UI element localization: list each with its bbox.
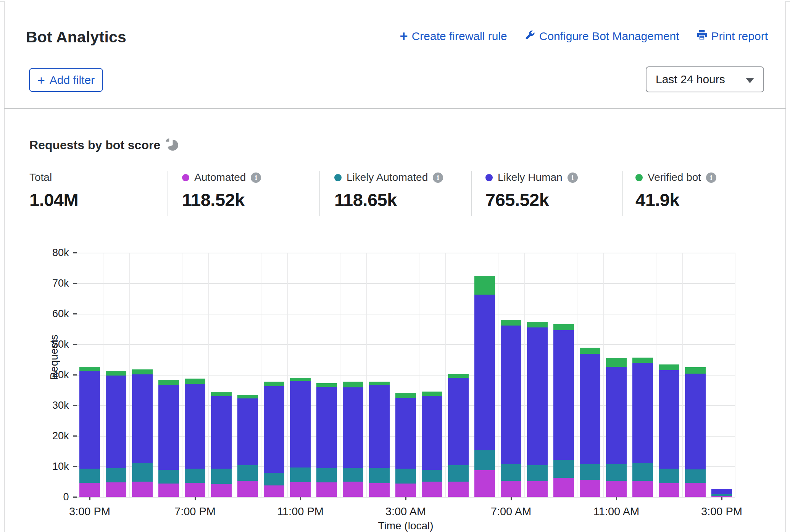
page-title: Bot Analytics: [26, 28, 126, 46]
time-range-dropdown[interactable]: Last 24 hours: [646, 66, 764, 92]
y-axis-title: Requests: [48, 327, 60, 388]
add-filter-button[interactable]: + Add filter: [29, 68, 103, 92]
stat-likely-human-label: Likely Human: [498, 171, 563, 184]
stat-total-label: Total: [29, 171, 52, 184]
stat-likely-automated: Likely Automated i 118.65k: [334, 171, 443, 217]
stat-likely-automated-value: 118.65k: [334, 189, 443, 210]
stat-automated-value: 118.52k: [182, 189, 261, 210]
plus-icon: +: [37, 74, 45, 86]
likely-automated-legend-dot: [334, 174, 342, 181]
stat-verified-bot: Verified bot i 41.9k: [635, 171, 716, 217]
automated-legend-dot: [182, 174, 189, 181]
create-firewall-rule-link[interactable]: + Create firewall rule: [400, 30, 507, 43]
stat-total: Total 1.04M: [29, 171, 78, 217]
stat-verified-bot-value: 41.9k: [635, 189, 716, 210]
stat-automated-label: Automated: [194, 171, 246, 184]
stat-likely-human-value: 765.52k: [485, 189, 578, 210]
wrench-icon: [524, 29, 535, 43]
stat-total-value: 1.04M: [29, 189, 78, 210]
section-title: Requests by bot score: [29, 138, 160, 152]
info-icon[interactable]: i: [251, 172, 261, 183]
stat-verified-bot-label: Verified bot: [648, 171, 701, 184]
add-filter-label: Add filter: [50, 74, 95, 87]
section-divider: [4, 108, 786, 109]
stat-divider: [622, 171, 623, 216]
configure-bot-management-link[interactable]: Configure Bot Management: [524, 29, 679, 43]
stat-divider: [319, 171, 320, 216]
configure-bot-management-label: Configure Bot Management: [539, 30, 679, 43]
x-axis-title: Time (local): [375, 520, 436, 532]
print-report-label: Print report: [711, 30, 768, 43]
info-icon[interactable]: i: [433, 172, 443, 183]
stat-automated: Automated i 118.52k: [182, 171, 261, 217]
print-report-link[interactable]: Print report: [696, 29, 768, 43]
header-actions: + Create firewall rule Configure Bot Man…: [400, 29, 768, 43]
verified-bot-legend-dot: [635, 174, 643, 181]
pie-chart-icon: [165, 137, 179, 153]
time-range-value: Last 24 hours: [656, 73, 725, 86]
stat-likely-automated-label: Likely Automated: [347, 171, 428, 184]
info-icon[interactable]: i: [706, 172, 716, 183]
chevron-down-icon: [746, 78, 754, 83]
likely-human-legend-dot: [485, 174, 493, 181]
info-icon[interactable]: i: [568, 172, 578, 183]
plus-icon: +: [400, 31, 408, 42]
create-firewall-rule-label: Create firewall rule: [412, 30, 507, 43]
stat-divider: [471, 171, 472, 216]
stat-divider: [168, 171, 168, 216]
printer-icon: [696, 29, 708, 43]
stat-likely-human: Likely Human i 765.52k: [485, 171, 578, 217]
